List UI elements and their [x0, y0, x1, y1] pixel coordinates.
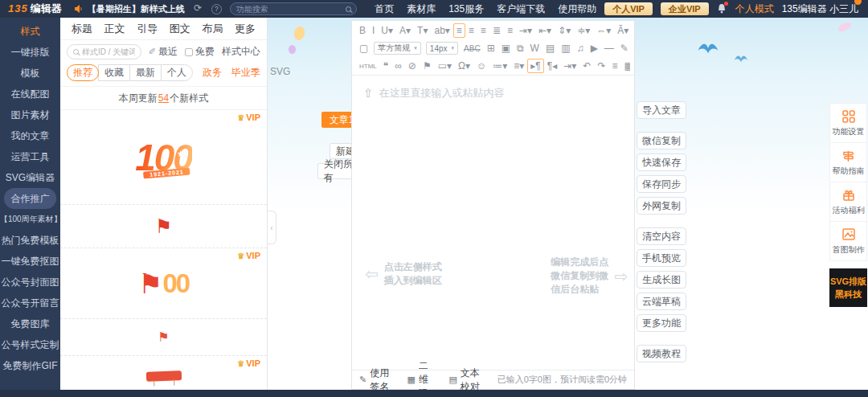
style-card-100-flag-star[interactable]: ♛VIP ⚑ 00: [60, 248, 267, 319]
inline-image-icon[interactable]: ▣: [498, 41, 514, 55]
panel-collapse-handle[interactable]: ‹: [268, 211, 276, 244]
highlight-color-icon[interactable]: ab▾: [431, 23, 452, 38]
undo-icon[interactable]: ↶: [579, 59, 594, 73]
segment-newest[interactable]: 最新: [129, 64, 162, 81]
question-icon[interactable]: ?: [211, 4, 222, 14]
sidebar-item-free-cutout[interactable]: 一键免费抠图: [0, 251, 60, 272]
sidebar-item-image-materials[interactable]: 图片素材: [0, 104, 60, 125]
sidebar-item-free-gif-maker[interactable]: 免费制作GIF: [0, 355, 60, 376]
blockquote-icon[interactable]: ❝: [380, 59, 391, 73]
style-search-box[interactable]: [67, 44, 141, 59]
special-char-icon[interactable]: Ω▾: [455, 59, 473, 73]
paragraph-spacing-icon[interactable]: ≑▾: [574, 23, 593, 38]
sidebar-item-open-comments[interactable]: 公众号开留言: [0, 293, 60, 313]
line-spacing-icon[interactable]: ≡▾: [510, 59, 527, 73]
free-checkbox[interactable]: [185, 48, 193, 56]
comment-flag-icon[interactable]: ⚑: [420, 59, 435, 73]
enterprise-vip-button[interactable]: 企业VIP: [661, 2, 709, 15]
bullet-list-icon[interactable]: ≔▾: [489, 59, 510, 73]
action-save-sync[interactable]: 保存同步: [637, 175, 686, 193]
image-gallery-icon[interactable]: ▥: [558, 41, 573, 55]
style-tab-layout[interactable]: 布局: [202, 22, 223, 36]
rail-help-guide[interactable]: 帮助指南: [829, 143, 867, 182]
table-icon[interactable]: ⊞: [484, 41, 498, 55]
align-left-icon[interactable]: ≡: [453, 23, 465, 38]
action-more-functions[interactable]: 更多功能: [637, 314, 686, 332]
outdent-icon[interactable]: ⇤▾: [535, 23, 555, 38]
editor-content-area[interactable]: ⇧ 在这里直接输入或粘贴内容 ⇦ 点击左侧样式 插入到编辑区 编辑完成后点 微信…: [352, 76, 634, 370]
video-icon[interactable]: ▶: [588, 41, 601, 55]
rail-function-settings[interactable]: 功能设置: [829, 103, 867, 143]
action-phone-preview[interactable]: 手机预览: [637, 249, 686, 267]
sidebar-item-operation-tools[interactable]: 运营工具: [0, 146, 60, 167]
sidebar-item-one-click-layout[interactable]: 一键排版: [0, 42, 60, 63]
style-tab-title[interactable]: 标题: [72, 22, 92, 36]
action-generate-long-image[interactable]: 生成长图: [637, 271, 686, 289]
nav-client-download[interactable]: 客户端下载: [497, 2, 545, 16]
style-tab-guide[interactable]: 引导: [137, 22, 158, 36]
sidebar-item-my-articles[interactable]: 我的文章: [0, 125, 60, 146]
app-logo[interactable]: 135 编辑器: [8, 2, 62, 16]
user-account[interactable]: 135编辑器 小三儿: [782, 2, 858, 16]
svg-typesetting-badge[interactable]: SVG排版 黑科技: [829, 268, 867, 307]
align-justify-icon[interactable]: ≣: [489, 23, 504, 38]
font-family-select[interactable]: 苹方简规▾: [374, 42, 421, 55]
redo-icon[interactable]: ↷: [594, 59, 608, 73]
style-card-flag-emblem[interactable]: ⚑: [60, 319, 267, 356]
text-style-icon[interactable]: T▾: [414, 23, 431, 38]
letter-spacing-icon[interactable]: ⇔▾: [593, 23, 614, 38]
tag-graduation-season[interactable]: 毕业季: [231, 66, 260, 80]
align-both-icon[interactable]: ≡: [504, 23, 516, 38]
unlink-icon[interactable]: ⊘: [405, 59, 420, 73]
font-size-select[interactable]: 14px▾: [426, 42, 458, 55]
ltr-paragraph-icon[interactable]: ▸¶: [527, 59, 543, 73]
personal-vip-button[interactable]: 个人VIP: [604, 2, 653, 15]
nav-material-library[interactable]: 素材库: [407, 2, 436, 16]
horizontal-rule-icon[interactable]: —: [601, 41, 617, 55]
image-upload-icon[interactable]: ▤: [542, 41, 558, 55]
action-import-article[interactable]: 导入文章: [637, 101, 686, 119]
segment-personal[interactable]: 个人: [161, 64, 193, 81]
text-transform-icon[interactable]: Ā▾: [614, 23, 630, 38]
rail-activity-benefits[interactable]: 活动福利: [829, 182, 867, 222]
sidebar-item-official-cover-image[interactable]: 公众号封面图: [0, 272, 60, 293]
sidebar-item-100th-anniversary-materials[interactable]: 【100周年素材】: [0, 209, 60, 230]
html-source-icon[interactable]: HTML: [356, 59, 380, 73]
style-center-link[interactable]: 样式中心: [222, 45, 260, 59]
sidebar-item-styles[interactable]: 样式: [0, 21, 60, 42]
sidebar-item-cooperation-promo[interactable]: 合作推广: [4, 188, 56, 209]
underline-icon[interactable]: U▾: [378, 23, 396, 38]
action-external-copy[interactable]: 外网复制: [637, 197, 686, 215]
sidebar-item-svg-editor[interactable]: SVG编辑器: [0, 167, 60, 188]
sidebar-item-online-images[interactable]: 在线配图: [0, 84, 60, 104]
strikethrough-icon[interactable]: ABC: [461, 41, 484, 55]
nav-help[interactable]: 使用帮助: [558, 2, 596, 16]
style-card-red-banner[interactable]: ♛VIP: [60, 356, 267, 390]
style-tab-body[interactable]: 正文: [104, 22, 125, 36]
link-icon[interactable]: ∞: [391, 59, 405, 73]
style-card-red-flag[interactable]: ⚑: [60, 205, 267, 248]
align-right-icon[interactable]: ≡: [477, 23, 489, 38]
announcement-banner[interactable]: 【暑期招生】新样式上线: [75, 3, 185, 15]
insert-card-icon[interactable]: ▭▾: [435, 59, 455, 73]
audio-icon[interactable]: ♫: [574, 41, 588, 55]
function-search[interactable]: [230, 2, 357, 15]
nav-home[interactable]: 首页: [375, 2, 394, 16]
action-quick-save[interactable]: 快速保存: [637, 153, 686, 171]
bold-icon[interactable]: B: [356, 23, 369, 38]
tag-svg[interactable]: SVG: [270, 66, 290, 80]
action-video-tutorial[interactable]: 视频教程: [637, 345, 686, 362]
segment-recommend[interactable]: 推荐: [67, 64, 99, 81]
style-card-100-calligraphy[interactable]: ♛VIP 100 ★ 1921-2021: [60, 110, 267, 205]
free-filter[interactable]: 免费: [185, 45, 215, 59]
grid-view-icon[interactable]: ▦: [621, 59, 631, 73]
sidebar-item-custom-style-service[interactable]: 公号样式定制: [0, 334, 60, 355]
font-color-icon[interactable]: A▾: [396, 23, 414, 38]
segment-favorites[interactable]: 收藏: [98, 64, 130, 81]
personal-mode-toggle[interactable]: 个人模式: [735, 2, 774, 16]
action-wechat-copy[interactable]: 微信复制: [637, 132, 686, 149]
update-count[interactable]: 54: [158, 92, 169, 104]
format-brush-icon[interactable]: ✎: [617, 41, 630, 55]
action-clear-content[interactable]: 清空内容: [637, 227, 686, 245]
new-document-icon[interactable]: ▢: [356, 41, 371, 55]
